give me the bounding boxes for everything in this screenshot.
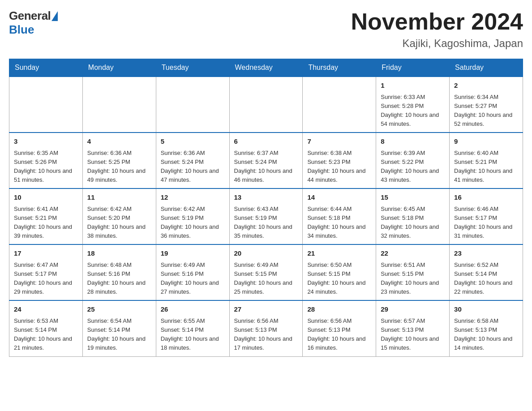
day-number: 24 bbox=[14, 304, 78, 315]
day-number: 21 bbox=[307, 248, 371, 259]
day-number: 19 bbox=[161, 248, 225, 259]
weekday-header-row: SundayMondayTuesdayWednesdayThursdayFrid… bbox=[9, 59, 523, 77]
day-number: 29 bbox=[381, 304, 445, 315]
calendar-cell: 5Sunrise: 6:36 AM Sunset: 5:24 PM Daylig… bbox=[156, 133, 229, 188]
calendar-cell: 3Sunrise: 6:35 AM Sunset: 5:26 PM Daylig… bbox=[9, 133, 83, 188]
day-info: Sunrise: 6:56 AM Sunset: 5:13 PM Dayligh… bbox=[234, 317, 298, 353]
day-info: Sunrise: 6:36 AM Sunset: 5:25 PM Dayligh… bbox=[87, 149, 151, 185]
calendar-cell: 15Sunrise: 6:45 AM Sunset: 5:18 PM Dayli… bbox=[376, 188, 450, 244]
calendar-week-row: 3Sunrise: 6:35 AM Sunset: 5:26 PM Daylig… bbox=[9, 133, 523, 188]
logo-triangle-icon bbox=[51, 11, 58, 21]
day-info: Sunrise: 6:48 AM Sunset: 5:16 PM Dayligh… bbox=[87, 261, 151, 297]
weekday-header-monday: Monday bbox=[82, 59, 156, 77]
calendar-cell: 30Sunrise: 6:58 AM Sunset: 5:13 PM Dayli… bbox=[450, 300, 523, 356]
calendar-cell: 10Sunrise: 6:41 AM Sunset: 5:21 PM Dayli… bbox=[9, 188, 83, 244]
day-number: 11 bbox=[87, 193, 151, 203]
day-info: Sunrise: 6:46 AM Sunset: 5:17 PM Dayligh… bbox=[454, 205, 518, 241]
calendar-cell: 4Sunrise: 6:36 AM Sunset: 5:25 PM Daylig… bbox=[82, 133, 156, 188]
day-info: Sunrise: 6:35 AM Sunset: 5:26 PM Dayligh… bbox=[14, 149, 78, 185]
calendar-cell bbox=[229, 77, 303, 133]
calendar-cell: 21Sunrise: 6:50 AM Sunset: 5:15 PM Dayli… bbox=[303, 244, 376, 300]
weekday-header-thursday: Thursday bbox=[303, 59, 376, 77]
day-info: Sunrise: 6:47 AM Sunset: 5:17 PM Dayligh… bbox=[14, 261, 78, 297]
calendar-cell: 16Sunrise: 6:46 AM Sunset: 5:17 PM Dayli… bbox=[450, 188, 523, 244]
weekday-header-tuesday: Tuesday bbox=[156, 59, 229, 77]
day-number: 17 bbox=[14, 248, 78, 259]
logo: General Blue bbox=[9, 9, 58, 37]
day-info: Sunrise: 6:38 AM Sunset: 5:23 PM Dayligh… bbox=[307, 149, 371, 185]
weekday-header-sunday: Sunday bbox=[9, 59, 83, 77]
day-info: Sunrise: 6:39 AM Sunset: 5:22 PM Dayligh… bbox=[381, 149, 445, 185]
day-info: Sunrise: 6:49 AM Sunset: 5:15 PM Dayligh… bbox=[234, 261, 298, 297]
day-number: 5 bbox=[161, 137, 225, 147]
calendar-cell: 18Sunrise: 6:48 AM Sunset: 5:16 PM Dayli… bbox=[82, 244, 156, 300]
day-info: Sunrise: 6:37 AM Sunset: 5:24 PM Dayligh… bbox=[234, 149, 298, 185]
month-title: November 2024 bbox=[351, 9, 523, 34]
calendar-cell: 23Sunrise: 6:52 AM Sunset: 5:14 PM Dayli… bbox=[450, 244, 523, 300]
day-info: Sunrise: 6:42 AM Sunset: 5:20 PM Dayligh… bbox=[87, 205, 151, 241]
day-number: 25 bbox=[87, 304, 151, 315]
day-number: 18 bbox=[87, 248, 151, 259]
day-info: Sunrise: 6:44 AM Sunset: 5:18 PM Dayligh… bbox=[307, 205, 371, 241]
calendar-cell: 8Sunrise: 6:39 AM Sunset: 5:22 PM Daylig… bbox=[376, 133, 450, 188]
calendar-cell: 19Sunrise: 6:49 AM Sunset: 5:16 PM Dayli… bbox=[156, 244, 229, 300]
day-number: 22 bbox=[381, 248, 445, 259]
day-number: 15 bbox=[381, 193, 445, 203]
calendar-week-row: 1Sunrise: 6:33 AM Sunset: 5:28 PM Daylig… bbox=[9, 77, 523, 133]
day-number: 4 bbox=[87, 137, 151, 147]
day-number: 23 bbox=[454, 248, 518, 259]
day-info: Sunrise: 6:52 AM Sunset: 5:14 PM Dayligh… bbox=[454, 261, 518, 297]
calendar-cell: 1Sunrise: 6:33 AM Sunset: 5:28 PM Daylig… bbox=[376, 77, 450, 133]
calendar-cell: 26Sunrise: 6:55 AM Sunset: 5:14 PM Dayli… bbox=[156, 300, 229, 356]
day-number: 13 bbox=[234, 193, 298, 203]
calendar-cell bbox=[303, 77, 376, 133]
day-number: 30 bbox=[454, 304, 518, 315]
location-title: Kajiki, Kagoshima, Japan bbox=[351, 37, 523, 50]
day-number: 1 bbox=[381, 81, 445, 91]
calendar-cell: 29Sunrise: 6:57 AM Sunset: 5:13 PM Dayli… bbox=[376, 300, 450, 356]
day-number: 20 bbox=[234, 248, 298, 259]
day-info: Sunrise: 6:41 AM Sunset: 5:21 PM Dayligh… bbox=[14, 205, 78, 241]
calendar-cell: 20Sunrise: 6:49 AM Sunset: 5:15 PM Dayli… bbox=[229, 244, 303, 300]
weekday-header-saturday: Saturday bbox=[450, 59, 523, 77]
day-info: Sunrise: 6:33 AM Sunset: 5:28 PM Dayligh… bbox=[381, 93, 445, 129]
day-number: 27 bbox=[234, 304, 298, 315]
day-info: Sunrise: 6:42 AM Sunset: 5:19 PM Dayligh… bbox=[161, 205, 225, 241]
day-info: Sunrise: 6:43 AM Sunset: 5:19 PM Dayligh… bbox=[234, 205, 298, 241]
calendar-cell: 14Sunrise: 6:44 AM Sunset: 5:18 PM Dayli… bbox=[303, 188, 376, 244]
logo-blue-text: Blue bbox=[9, 23, 34, 37]
day-number: 6 bbox=[234, 137, 298, 147]
title-section: November 2024 Kajiki, Kagoshima, Japan bbox=[351, 9, 523, 50]
calendar-cell: 11Sunrise: 6:42 AM Sunset: 5:20 PM Dayli… bbox=[82, 188, 156, 244]
day-info: Sunrise: 6:51 AM Sunset: 5:15 PM Dayligh… bbox=[381, 261, 445, 297]
calendar-week-row: 10Sunrise: 6:41 AM Sunset: 5:21 PM Dayli… bbox=[9, 188, 523, 244]
calendar-cell bbox=[156, 77, 229, 133]
calendar-cell: 22Sunrise: 6:51 AM Sunset: 5:15 PM Dayli… bbox=[376, 244, 450, 300]
day-number: 14 bbox=[307, 193, 371, 203]
calendar-cell: 6Sunrise: 6:37 AM Sunset: 5:24 PM Daylig… bbox=[229, 133, 303, 188]
day-number: 26 bbox=[161, 304, 225, 315]
calendar-cell bbox=[82, 77, 156, 133]
weekday-header-friday: Friday bbox=[376, 59, 450, 77]
day-info: Sunrise: 6:50 AM Sunset: 5:15 PM Dayligh… bbox=[307, 261, 371, 297]
day-info: Sunrise: 6:55 AM Sunset: 5:14 PM Dayligh… bbox=[161, 317, 225, 353]
calendar-week-row: 17Sunrise: 6:47 AM Sunset: 5:17 PM Dayli… bbox=[9, 244, 523, 300]
day-info: Sunrise: 6:53 AM Sunset: 5:14 PM Dayligh… bbox=[14, 317, 78, 353]
calendar-week-row: 24Sunrise: 6:53 AM Sunset: 5:14 PM Dayli… bbox=[9, 300, 523, 356]
calendar-cell: 24Sunrise: 6:53 AM Sunset: 5:14 PM Dayli… bbox=[9, 300, 83, 356]
logo-general-text: General bbox=[9, 9, 51, 23]
day-number: 3 bbox=[14, 137, 78, 147]
calendar-table: SundayMondayTuesdayWednesdayThursdayFrid… bbox=[9, 59, 523, 356]
day-number: 2 bbox=[454, 81, 518, 91]
calendar-cell: 27Sunrise: 6:56 AM Sunset: 5:13 PM Dayli… bbox=[229, 300, 303, 356]
calendar-cell: 12Sunrise: 6:42 AM Sunset: 5:19 PM Dayli… bbox=[156, 188, 229, 244]
weekday-header-wednesday: Wednesday bbox=[229, 59, 303, 77]
day-number: 8 bbox=[381, 137, 445, 147]
calendar-cell: 7Sunrise: 6:38 AM Sunset: 5:23 PM Daylig… bbox=[303, 133, 376, 188]
calendar-cell: 9Sunrise: 6:40 AM Sunset: 5:21 PM Daylig… bbox=[450, 133, 523, 188]
calendar-cell: 2Sunrise: 6:34 AM Sunset: 5:27 PM Daylig… bbox=[450, 77, 523, 133]
day-number: 16 bbox=[454, 193, 518, 203]
day-number: 9 bbox=[454, 137, 518, 147]
calendar-cell: 25Sunrise: 6:54 AM Sunset: 5:14 PM Dayli… bbox=[82, 300, 156, 356]
day-info: Sunrise: 6:45 AM Sunset: 5:18 PM Dayligh… bbox=[381, 205, 445, 241]
